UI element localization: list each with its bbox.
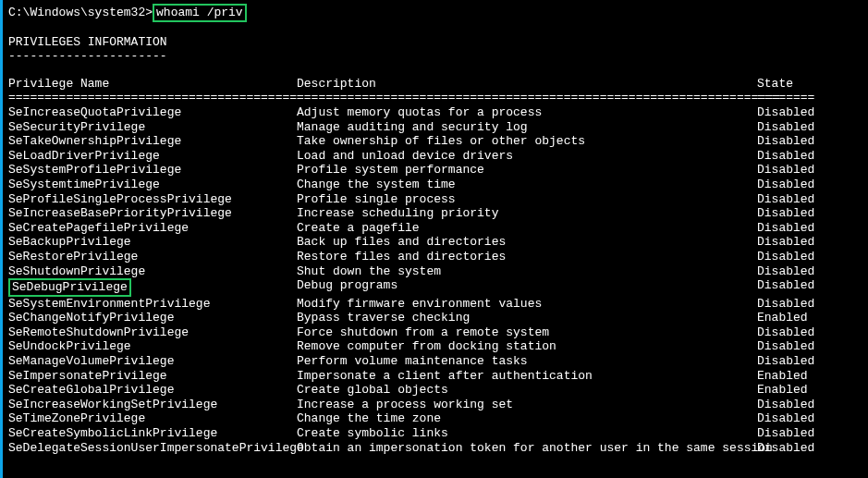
privilege-description: Force shutdown from a remote system xyxy=(297,325,757,340)
table-row: SeSystemtimePrivilegeChange the system t… xyxy=(8,178,868,192)
table-row: SeProfileSingleProcessPrivilegeProfile s… xyxy=(8,192,868,207)
privilege-description: Increase a process working set xyxy=(297,398,757,412)
section-title: PRIVILEGES INFORMATION xyxy=(8,35,868,50)
privilege-state: Disabled xyxy=(757,149,822,164)
table-row: SeCreateGlobalPrivilegeCreate global obj… xyxy=(8,383,868,398)
privilege-name: SeBackupPrivilege xyxy=(8,235,297,250)
table-row: SeDelegateSessionUserImpersonatePrivileg… xyxy=(8,441,868,456)
table-row: SeRestorePrivilegeRestore files and dire… xyxy=(8,250,868,264)
section-underline: ---------------------- xyxy=(8,49,868,64)
command-text: whoami /priv xyxy=(156,6,243,19)
privilege-description: Take ownership of files or other objects xyxy=(297,134,757,149)
privilege-description: Bypass traverse checking xyxy=(297,311,757,325)
table-row: SeBackupPrivilegeBack up files and direc… xyxy=(8,235,868,250)
table-row: SeSystemProfilePrivilegeProfile system p… xyxy=(8,163,868,178)
privilege-name: SeTakeOwnershipPrivilege xyxy=(8,134,297,149)
privilege-name: SeUndockPrivilege xyxy=(8,339,297,354)
table-row: SeLoadDriverPrivilegeLoad and unload dev… xyxy=(8,149,868,164)
privilege-state: Disabled xyxy=(757,235,822,250)
privilege-name: SeSystemProfilePrivilege xyxy=(8,163,297,178)
privilege-name: SeDelegateSessionUserImpersonatePrivileg… xyxy=(8,441,297,456)
privilege-state: Enabled xyxy=(757,383,822,398)
table-row: SeManageVolumePrivilegePerform volume ma… xyxy=(8,354,868,369)
privilege-name: SeIncreaseQuotaPrivilege xyxy=(8,105,297,120)
table-row: SeIncreaseBasePriorityPrivilegeIncrease … xyxy=(8,206,868,221)
privilege-description: Remove computer from docking station xyxy=(297,339,757,354)
privilege-description: Back up files and directories xyxy=(297,235,757,250)
privilege-name: SeRestorePrivilege xyxy=(8,250,297,264)
header-state: State xyxy=(757,77,822,92)
table-row: SeDebugPrivilegeDebug programsDisabled xyxy=(8,278,868,297)
privilege-description: Profile single process xyxy=(297,192,757,207)
privilege-name: SeDebugPrivilege xyxy=(8,278,297,297)
privilege-description: Change the system time xyxy=(297,178,757,192)
privilege-name: SeSecurityPrivilege xyxy=(8,120,297,135)
privilege-name: SeCreateGlobalPrivilege xyxy=(8,383,297,398)
table-row: SeSecurityPrivilegeManage auditing and s… xyxy=(8,120,868,135)
privilege-description: Change the time zone xyxy=(297,411,757,426)
privilege-description: Create symbolic links xyxy=(297,426,757,441)
command-highlight: whoami /priv xyxy=(153,4,247,22)
table-row: SeCreatePagefilePrivilegeCreate a pagefi… xyxy=(8,221,868,236)
privilege-name: SeIncreaseBasePriorityPrivilege xyxy=(8,206,297,221)
privilege-state: Disabled xyxy=(757,120,822,135)
privilege-name: SeTimeZonePrivilege xyxy=(8,411,297,426)
privilege-description: Modify firmware environment values xyxy=(297,297,757,312)
table-row: SeCreateSymbolicLinkPrivilegeCreate symb… xyxy=(8,426,868,441)
privilege-description: Create a pagefile xyxy=(297,221,757,236)
table-row: SeShutdownPrivilegeShut down the systemD… xyxy=(8,264,868,279)
privilege-state: Enabled xyxy=(757,369,822,384)
privilege-state: Disabled xyxy=(757,354,822,369)
privilege-state: Disabled xyxy=(757,250,822,264)
privilege-state: Disabled xyxy=(757,163,822,178)
command-prompt: C:\Windows\system32>whoami /priv xyxy=(8,4,868,22)
privilege-state: Disabled xyxy=(757,325,822,340)
privilege-name: SeLoadDriverPrivilege xyxy=(8,149,297,164)
privilege-state: Disabled xyxy=(757,134,822,149)
privilege-name: SeIncreaseWorkingSetPrivilege xyxy=(8,398,297,412)
privilege-state: Disabled xyxy=(757,426,822,441)
privilege-name: SeSystemEnvironmentPrivilege xyxy=(8,297,297,312)
divider-name: ========================================… xyxy=(8,91,297,105)
privilege-highlight: SeDebugPrivilege xyxy=(8,278,131,297)
privilege-name: SeImpersonatePrivilege xyxy=(8,369,297,384)
table-row: SeChangeNotifyPrivilegeBypass traverse c… xyxy=(8,311,868,325)
table-row: SeSystemEnvironmentPrivilegeModify firmw… xyxy=(8,297,868,312)
divider-desc: ========================================… xyxy=(297,91,757,105)
privilege-description: Manage auditing and security log xyxy=(297,120,757,135)
privilege-state: Disabled xyxy=(757,192,822,207)
privilege-name: SeProfileSingleProcessPrivilege xyxy=(8,192,297,207)
privilege-name: SeSystemtimePrivilege xyxy=(8,178,297,192)
privilege-description: Obtain an impersonation token for anothe… xyxy=(297,441,757,456)
privilege-description: Shut down the system xyxy=(297,264,757,279)
privilege-name: SeShutdownPrivilege xyxy=(8,264,297,279)
prompt-path: C:\Windows\system32> xyxy=(8,6,153,19)
privilege-description: Impersonate a client after authenticatio… xyxy=(297,369,757,384)
header-desc: Description xyxy=(297,77,757,92)
table-row: SeIncreaseWorkingSetPrivilegeIncrease a … xyxy=(8,398,868,412)
table-row: SeIncreaseQuotaPrivilegeAdjust memory qu… xyxy=(8,105,868,120)
privilege-state: Enabled xyxy=(757,311,822,325)
privilege-description: Load and unload device drivers xyxy=(297,149,757,164)
privilege-state: Disabled xyxy=(757,398,822,412)
table-header: Privilege Name Description State xyxy=(8,77,868,92)
privilege-description: Create global objects xyxy=(297,383,757,398)
privilege-name: SeChangeNotifyPrivilege xyxy=(8,311,297,325)
divider-state: ======== xyxy=(757,91,822,105)
privilege-state: Disabled xyxy=(757,178,822,192)
privilege-list: SeIncreaseQuotaPrivilegeAdjust memory qu… xyxy=(8,105,868,455)
table-row: SeImpersonatePrivilegeImpersonate a clie… xyxy=(8,369,868,384)
privilege-state: Disabled xyxy=(757,105,822,120)
privilege-name: SeManageVolumePrivilege xyxy=(8,354,297,369)
header-name: Privilege Name xyxy=(8,77,297,92)
privilege-state: Disabled xyxy=(757,264,822,279)
privilege-description: Perform volume maintenance tasks xyxy=(297,354,757,369)
privilege-state: Disabled xyxy=(757,297,822,312)
privilege-description: Profile system performance xyxy=(297,163,757,178)
privilege-state: Disabled xyxy=(757,278,822,297)
privilege-name: SeCreatePagefilePrivilege xyxy=(8,221,297,236)
privilege-state: Disabled xyxy=(757,206,822,221)
table-row: SeRemoteShutdownPrivilegeForce shutdown … xyxy=(8,325,868,340)
table-row: SeUndockPrivilegeRemove computer from do… xyxy=(8,339,868,354)
privilege-state: Disabled xyxy=(757,411,822,426)
